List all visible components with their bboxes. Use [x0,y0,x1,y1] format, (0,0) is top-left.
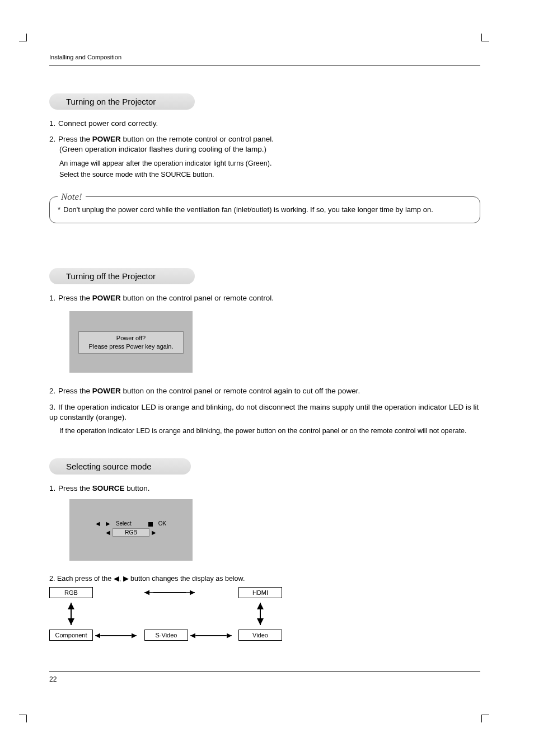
section-heading-turning-on: Turning on the Projector [49,93,195,110]
ok-label: OK [158,520,166,527]
s2-step3-sub: If the operation indicator LED is orange… [59,426,480,436]
left-arrow-icon: ◀ [96,520,100,527]
source-cycle-diagram: RGB HDMI Component S-Video Video [49,587,307,643]
crop-mark-bl [19,715,27,722]
page-content: Installing and Composition Turning on th… [49,54,480,643]
s1-step2-note2: Select the source mode with the SOURCE b… [59,170,480,180]
crop-mark-tl [19,34,27,41]
s3-step1-bold: SOURCE [92,484,125,492]
source-dialog: ◀ ▶ Select OK ◀ RGB ▶ [69,499,193,561]
running-head: Installing and Composition [49,54,480,65]
right-arrow-icon: ▶ [106,520,110,527]
s1-step2: 2.Press the POWER button on the remote c… [49,134,480,180]
cycle-arrows [49,587,307,643]
s1-step2-bold: POWER [92,135,121,143]
note-label: Note! [58,190,86,204]
s3-step1-post: button. [125,484,150,492]
s1-step1-text: Connect power cord correctly. [58,119,158,128]
section-heading-source-mode: Selecting source mode [49,458,191,475]
source-chip: RGB [113,528,149,537]
s2-step1-bold: POWER [92,294,121,302]
ok-square-icon [148,522,153,527]
dialog-line1: Power off? [80,334,182,342]
s1-step2-sub: (Green operation indicator flashes durin… [59,144,480,154]
dialog-line2: Please press Power key again. [80,342,182,351]
s1-step2-post: button on the remote control or control … [121,135,274,143]
s3-step1: 1.Press the SOURCE button. [49,483,480,494]
crop-mark-br [481,715,489,722]
s2-step2: 2.Press the POWER button on the control … [49,386,480,396]
section-heading-turning-off: Turning off the Projector [49,268,195,284]
crop-mark-tr [481,34,489,41]
note-text: Don't unplug the power cord while the ve… [63,205,470,215]
s2-step1-pre: Press the [58,294,92,302]
note-box: Note! Don't unplug the power cord while … [49,196,480,223]
s2-step3: 3.If the operation indicator LED is oran… [49,402,480,436]
s2-step2-post: button on the control panel or remote co… [121,387,360,395]
s1-step2-pre: Press the [58,135,92,143]
poweroff-dialog-inner: Power off? Please press Power key again. [78,331,184,354]
poweroff-dialog: Power off? Please press Power key again. [69,311,193,373]
s1-step2-note1: An image will appear after the operation… [59,158,480,168]
s2-step2-pre: Press the [58,387,92,395]
chip-left-icon: ◀ [106,529,110,536]
s2-step3-text: If the operation indicator LED is orange… [49,403,479,421]
s3-step1-pre: Press the [58,484,92,492]
s3-step2: 2. Each press of the ◀, ▶ button changes… [49,574,480,583]
s2-step2-bold: POWER [92,387,121,395]
page-number: 22 [49,672,480,683]
s1-step1: 1.Connect power cord correctly. [49,119,480,129]
s2-step1: 1.Press the POWER button on the control … [49,293,480,303]
chip-right-icon: ▶ [152,529,156,536]
source-dialog-inner: ◀ ▶ Select OK ◀ RGB ▶ [94,520,168,537]
s2-step1-post: button on the control panel or remote co… [121,294,274,302]
select-label: Select [116,520,132,527]
